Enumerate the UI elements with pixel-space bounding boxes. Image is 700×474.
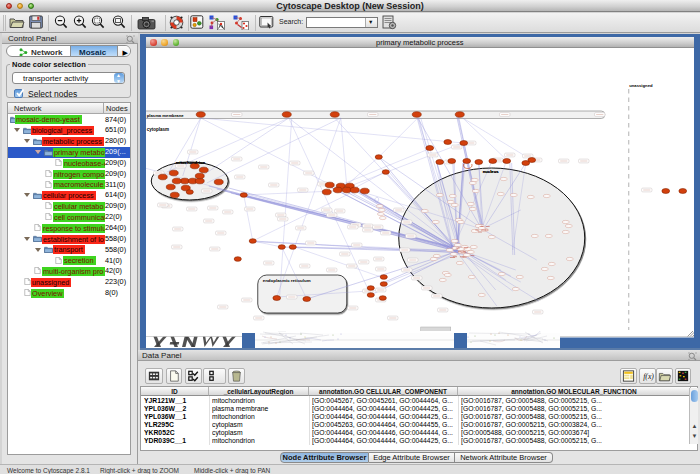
svg-text:mitochondrion: mitochondrion [175, 160, 205, 165]
svg-text:plasma membrane: plasma membrane [146, 113, 183, 118]
svg-text:cytoplasm: cytoplasm [146, 127, 168, 132]
svg-text:unassigned: unassigned [629, 83, 653, 88]
svg-text:endoplasmic reticulum: endoplasmic reticulum [262, 278, 310, 283]
svg-text:nucleus: nucleus [482, 169, 498, 174]
svg-text:f(x): f(x) [643, 372, 654, 381]
